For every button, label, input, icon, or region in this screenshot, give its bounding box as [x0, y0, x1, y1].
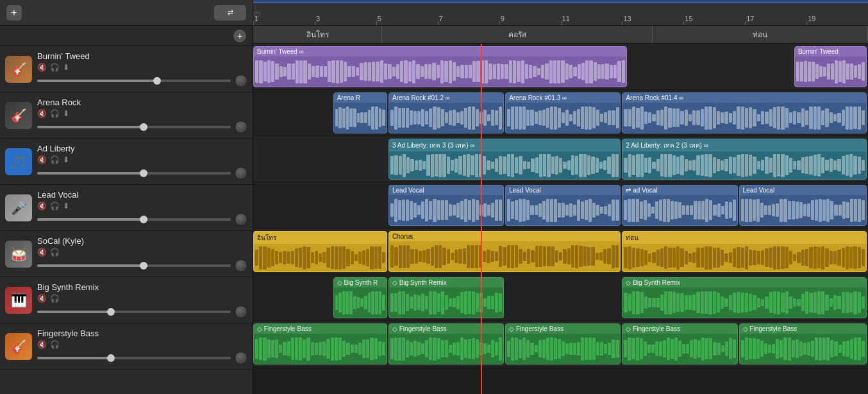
track-info-arena-rock: Arena Rock 🔇🎧⬇: [37, 98, 247, 133]
tracks-area[interactable]: Burnin' Tweed ∞Burnin' TweedArena RArena…: [253, 44, 868, 394]
track-controls-burnin-tweed: 🔇🎧⬇: [37, 63, 247, 72]
ctrl-icon-2[interactable]: ⬇: [63, 63, 69, 72]
arr-section-คอรัส[interactable]: คอรัส: [382, 26, 653, 43]
track-name-arena-rock: Arena Rock: [37, 98, 247, 107]
track-slider-big-synth[interactable]: [37, 311, 231, 313]
clip-waveform: [622, 244, 866, 271]
ctrl-icon-1[interactable]: 🎧: [50, 155, 60, 164]
ctrl-icon-1[interactable]: 🎧: [50, 201, 60, 210]
clip-label: Arena Rock #01.3 ∞: [506, 93, 620, 103]
clip-lead_vocal[interactable]: ⇄ ad Vocal: [622, 185, 737, 226]
track-socal-kyle: 🥁 SoCal (Kyle) 🔇🎧: [0, 231, 253, 277]
add-track-button[interactable]: +: [6, 5, 22, 21]
clip-label: ◇ Fingerstyle Bass: [254, 324, 387, 334]
clip-arena_rock[interactable]: Arena Rock #01.2 ∞: [388, 92, 504, 133]
lane-lead_vocal: Lead VocalLead Vocal⇄ ad VocalLead Vocal: [253, 182, 868, 228]
clip-lead_vocal[interactable]: Lead Vocal: [388, 185, 504, 226]
track-knob-big-synth[interactable]: [235, 305, 247, 318]
track-knob-fingerstyle-bass[interactable]: [235, 352, 247, 364]
ctrl-icon-0[interactable]: 🔇: [37, 109, 47, 118]
clip-big_synth[interactable]: ◇ Big Synth Remix: [622, 277, 867, 318]
track-knob-burnin-tweed[interactable]: [235, 74, 247, 87]
track-slider-ad-liberty[interactable]: [37, 172, 231, 175]
track-knob-ad-liberty[interactable]: [235, 167, 247, 180]
clip-label: Chorus: [389, 232, 620, 241]
track-icon-lead-vocal: 🎤: [5, 194, 32, 221]
clip-arena_rock[interactable]: Arena Rock #01.3 ∞: [505, 92, 621, 133]
clip-waveform: [740, 195, 866, 225]
clip-waveform: [622, 334, 737, 364]
track-slider-row: [37, 121, 247, 133]
track-arena-rock: 🎸 Arena Rock 🔇🎧⬇: [0, 92, 253, 139]
clip-arena_rock[interactable]: Arena R: [333, 92, 387, 133]
ctrl-icon-1[interactable]: 🎧: [50, 294, 60, 303]
ctrl-icon-0[interactable]: 🔇: [37, 201, 47, 210]
clip-label: Burnin' Tweed: [795, 47, 866, 56]
clip-fingerstyle[interactable]: ◇ Fingerstyle Bass: [253, 323, 387, 364]
track-slider-arena-rock[interactable]: [37, 126, 231, 128]
clip-big_synth[interactable]: ◇ Big Synth R: [333, 277, 387, 318]
clip-waveform: [389, 334, 503, 364]
clip-ad_liberty[interactable]: 3 Ad Liberty: เทค 3 (3 เทค) ∞: [388, 139, 621, 180]
clip-fingerstyle[interactable]: ◇ Fingerstyle Bass: [388, 323, 504, 364]
ruler-mark-17: 17: [745, 15, 806, 22]
track-knob-lead-vocal[interactable]: [235, 213, 247, 226]
track-slider-burnin-tweed[interactable]: [37, 80, 231, 82]
track-slider-row: [37, 305, 247, 318]
clip-lead_vocal[interactable]: Lead Vocal: [739, 185, 867, 226]
clip-socal[interactable]: อินโทร: [253, 231, 387, 272]
ctrl-icon-2[interactable]: ⬇: [63, 201, 69, 210]
track-knob-socal-kyle[interactable]: [235, 259, 247, 272]
ruler-mark-9: 9: [499, 15, 561, 22]
track-slider-fingerstyle-bass[interactable]: [37, 357, 231, 359]
track-name-big-synth: Big Synth Remix: [37, 282, 247, 292]
ctrl-icon-0[interactable]: 🔇: [37, 63, 47, 72]
ctrl-icon-0[interactable]: 🔇: [37, 340, 47, 349]
clip-lead_vocal[interactable]: Lead Vocal: [505, 185, 621, 226]
arr-section-ท่อน[interactable]: ท่อน: [653, 26, 868, 43]
ctrl-icon-0[interactable]: 🔇: [37, 248, 47, 257]
clip-burnin_tweed[interactable]: Burnin' Tweed: [794, 46, 867, 87]
clip-arena_rock[interactable]: Arena Rock #01.4 ∞: [622, 92, 867, 133]
track-controls-socal-kyle: 🔇🎧: [37, 248, 247, 257]
track-slider-row: [37, 213, 247, 226]
ruler-mark-5: 5: [376, 15, 438, 22]
clip-fingerstyle[interactable]: ◇ Fingerstyle Bass: [739, 323, 867, 364]
clip-label: ◇ Big Synth Remix: [622, 278, 866, 287]
track-knob-arena-rock[interactable]: [235, 121, 247, 133]
clip-ad_liberty[interactable]: 2 Ad Liberty: เทค 2 (3 เทค) ∞: [622, 139, 867, 180]
clip-socal[interactable]: ท่อน: [622, 231, 867, 272]
track-slider-lead-vocal[interactable]: [37, 218, 231, 221]
track-slider-row: [37, 352, 247, 364]
clip-socal[interactable]: Chorus: [388, 231, 621, 272]
clip-big_synth[interactable]: ◇ Big Synth Remix: [388, 277, 504, 318]
ruler-mark-7: 7: [438, 15, 499, 22]
arrangement-add-button[interactable]: +: [233, 30, 246, 42]
clip-label: ◇ Big Synth R: [334, 278, 387, 287]
clip-label: ◇ Big Synth Remix: [389, 278, 503, 287]
track-slider-socal-kyle[interactable]: [37, 264, 231, 267]
lane-burnin_tweed: Burnin' Tweed ∞Burnin' Tweed: [253, 44, 868, 90]
clip-burnin_tweed[interactable]: Burnin' Tweed ∞: [253, 46, 627, 87]
clip-waveform: [795, 56, 866, 87]
clip-fingerstyle[interactable]: ◇ Fingerstyle Bass: [505, 323, 621, 364]
ctrl-icon-2[interactable]: ⬇: [63, 109, 69, 118]
clip-fingerstyle[interactable]: ◇ Fingerstyle Bass: [622, 323, 737, 364]
timeline-ruler[interactable]: 135791113151719 ♡: [253, 0, 868, 26]
arr-section-อินโทร[interactable]: อินโทร: [253, 26, 382, 43]
ctrl-icon-1[interactable]: 🎧: [50, 340, 60, 349]
track-info-lead-vocal: Lead Vocal 🔇🎧⬇: [37, 190, 247, 226]
ctrl-icon-1[interactable]: 🎧: [50, 63, 60, 72]
ctrl-icon-1[interactable]: 🎧: [50, 248, 60, 257]
ruler-mark-1: 1: [253, 15, 315, 22]
ruler-marks: 135791113151719: [253, 15, 868, 22]
ctrl-icon-1[interactable]: 🎧: [50, 109, 60, 118]
ctrl-icon-0[interactable]: 🔇: [37, 294, 47, 303]
filter-button[interactable]: ⇄: [214, 5, 246, 21]
ctrl-icon-2[interactable]: ⬇: [63, 155, 69, 164]
ruler-mark-3: 3: [315, 15, 376, 22]
track-fingerstyle-bass: 🎸 Fingerstyle Bass 🔇🎧: [0, 323, 253, 370]
clip-waveform: [506, 334, 620, 364]
ctrl-icon-0[interactable]: 🔇: [37, 155, 47, 164]
track-icon-arena-rock: 🎸: [5, 102, 32, 129]
